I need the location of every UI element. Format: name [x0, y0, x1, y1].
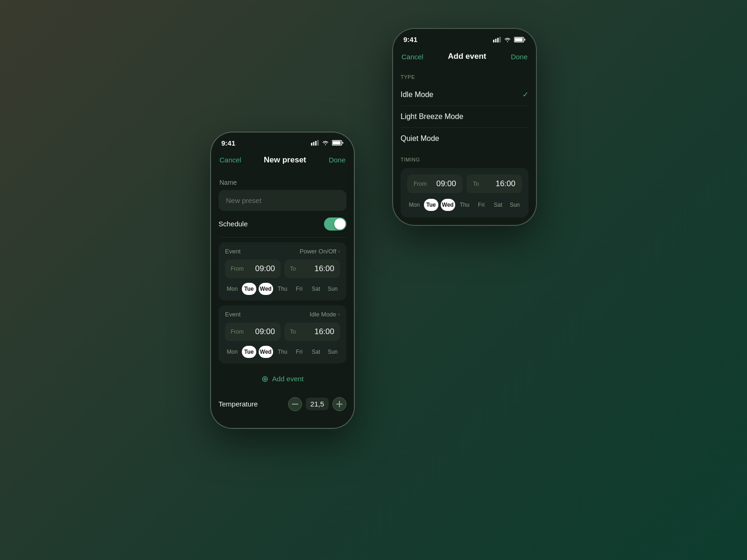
battery-icon [332, 140, 344, 146]
event-header-1: Event Power On/Off › [225, 248, 340, 255]
temperature-row: Temperature 21,5 [218, 392, 346, 417]
timing-from-label: From [414, 181, 427, 187]
timing-from-time: 09:00 [436, 179, 456, 189]
type-option-quiet[interactable]: Quiet Mode [401, 128, 529, 149]
toggle-knob [334, 218, 345, 230]
timing-day-thu[interactable]: Thu [458, 199, 472, 211]
plus-icon [336, 401, 343, 407]
phone-add-event: 9:41 Cancel Add event Done [392, 28, 537, 226]
nav-bar-2: Cancel Add event Done [393, 47, 536, 68]
status-time-2: 9:41 [403, 35, 417, 43]
timing-day-fri[interactable]: Fri [474, 199, 488, 211]
to-label-1: To [290, 266, 296, 272]
temp-value: 21,5 [306, 398, 329, 410]
timing-time-row: From 09:00 To 16:00 [407, 175, 522, 193]
cancel-button-1[interactable]: Cancel [219, 156, 241, 164]
svg-rect-16 [515, 38, 523, 41]
day-tue-1[interactable]: Tue [242, 283, 256, 295]
timing-to-label: To [473, 181, 479, 187]
done-button-1[interactable]: Done [329, 156, 345, 164]
from-time-2: 09:00 [255, 327, 275, 336]
time-to-box-2[interactable]: To 16:00 [284, 322, 340, 341]
event-label-2: Event [225, 311, 240, 318]
day-mon-1[interactable]: Mon [225, 283, 240, 295]
add-event-plus-icon: ⊕ [261, 374, 268, 384]
time-from-box-2[interactable]: From 09:00 [225, 322, 281, 341]
event-header-2: Event Idle Mode › [225, 311, 340, 318]
event-block-1: Event Power On/Off › From 09:00 To 16:00… [218, 242, 346, 301]
temp-decrease-button[interactable] [288, 397, 302, 411]
svg-rect-2 [315, 141, 317, 146]
day-sun-2[interactable]: Sun [325, 346, 340, 358]
day-mon-2[interactable]: Mon [225, 346, 240, 358]
schedule-row: Schedule [218, 211, 346, 238]
wifi-icon [322, 140, 329, 146]
type-option-idle[interactable]: Idle Mode ✓ [401, 84, 529, 106]
time-row-2: From 09:00 To 16:00 [225, 322, 340, 341]
timing-day-pills: Mon Tue Wed Thu Fri Sat Sun [407, 199, 522, 211]
temp-increase-button[interactable] [332, 397, 346, 411]
timing-to-time: 16:00 [495, 179, 515, 189]
nav-bar-1: Cancel New preset Done [211, 151, 354, 171]
event-type-chevron-2: › [338, 311, 340, 317]
temperature-label: Temperature [218, 400, 258, 408]
day-fri-2[interactable]: Fri [292, 346, 306, 358]
timing-section-label: TIMING [401, 157, 529, 162]
from-time-1: 09:00 [255, 264, 275, 273]
status-icons-2 [493, 37, 526, 42]
svg-rect-13 [500, 37, 501, 42]
event-type-1[interactable]: Power On/Off › [300, 248, 340, 255]
wifi-icon-2 [504, 37, 511, 42]
timing-to-box[interactable]: To 16:00 [466, 175, 522, 193]
day-thu-2[interactable]: Thu [275, 346, 290, 358]
svg-rect-6 [333, 141, 341, 145]
minus-icon [292, 404, 298, 405]
to-label-2: To [290, 329, 296, 335]
timing-day-mon[interactable]: Mon [407, 199, 422, 211]
day-wed-1[interactable]: Wed [259, 283, 273, 295]
signal-icon [311, 140, 319, 146]
status-icons-1 [311, 140, 344, 146]
type-section: TYPE Idle Mode ✓ Light Breeze Mode Quiet… [393, 68, 536, 149]
type-quiet-label: Quiet Mode [401, 134, 439, 143]
timing-card: From 09:00 To 16:00 Mon Tue Wed Thu Fri … [401, 168, 529, 217]
time-from-box-1[interactable]: From 09:00 [225, 259, 281, 278]
phone-new-preset: 9:41 Cancel New pre [210, 132, 355, 429]
type-check-icon: ✓ [522, 90, 529, 99]
add-event-label: Add event [272, 375, 304, 383]
timing-day-sun[interactable]: Sun [507, 199, 522, 211]
svg-rect-11 [495, 39, 497, 42]
day-sat-1[interactable]: Sat [309, 283, 323, 295]
status-bar-1: 9:41 [211, 133, 354, 151]
time-to-box-1[interactable]: To 16:00 [284, 259, 340, 278]
event-block-2: Event Idle Mode › From 09:00 To 16:00 Mo… [218, 305, 346, 364]
event-type-2[interactable]: Idle Mode › [310, 311, 340, 318]
name-input[interactable] [218, 190, 346, 211]
schedule-toggle[interactable] [324, 217, 346, 231]
cancel-button-2[interactable]: Cancel [402, 53, 423, 61]
day-wed-2[interactable]: Wed [259, 346, 273, 358]
status-bar-2: 9:41 [393, 29, 536, 47]
nav-title-1: New preset [264, 155, 306, 165]
from-label-1: From [231, 266, 244, 272]
event-type-chevron-1: › [338, 248, 340, 254]
day-thu-1[interactable]: Thu [275, 283, 290, 295]
day-sun-1[interactable]: Sun [325, 283, 340, 295]
type-option-light[interactable]: Light Breeze Mode [401, 106, 529, 128]
day-tue-2[interactable]: Tue [242, 346, 256, 358]
timing-day-tue[interactable]: Tue [424, 199, 438, 211]
day-pills-1: Mon Tue Wed Thu Fri Sat Sun [225, 283, 340, 295]
timing-section: TIMING From 09:00 To 16:00 Mon Tue Wed T… [393, 149, 536, 225]
type-idle-label: Idle Mode [401, 91, 433, 99]
day-sat-2[interactable]: Sat [309, 346, 323, 358]
svg-rect-12 [497, 38, 499, 42]
done-button-2[interactable]: Done [511, 53, 528, 61]
timing-day-wed[interactable]: Wed [441, 199, 455, 211]
timing-from-box[interactable]: From 09:00 [407, 175, 463, 193]
add-event-button[interactable]: ⊕ Add event [218, 368, 346, 390]
day-fri-1[interactable]: Fri [292, 283, 306, 295]
phone-content-1: Name Schedule Event Power On/Off › From … [211, 171, 354, 428]
status-time-1: 9:41 [221, 139, 235, 147]
temp-controls: 21,5 [288, 397, 346, 411]
timing-day-sat[interactable]: Sat [491, 199, 505, 211]
